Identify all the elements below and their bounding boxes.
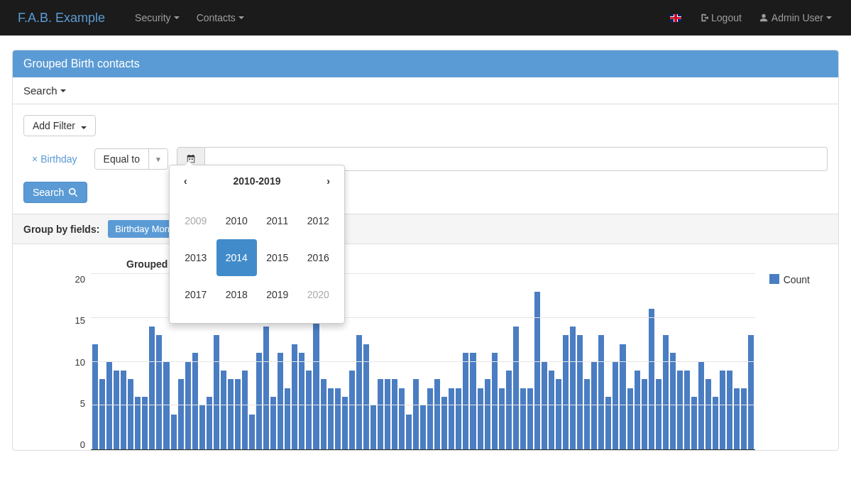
bar — [635, 371, 640, 449]
bar — [748, 335, 754, 449]
year-2015[interactable]: 2015 — [257, 239, 298, 276]
datepicker-prev[interactable]: ‹ — [178, 172, 193, 190]
bar — [613, 362, 618, 450]
y-tick: 0 — [80, 439, 85, 450]
bar — [720, 371, 725, 449]
bar — [370, 405, 376, 449]
bar — [556, 379, 561, 449]
year-2018[interactable]: 2018 — [216, 276, 258, 313]
bar — [427, 388, 433, 449]
bar — [178, 379, 184, 449]
navbar-right: Logout Admin User — [661, 0, 840, 35]
bar — [663, 335, 669, 449]
bar — [249, 415, 255, 449]
bar — [392, 379, 397, 449]
bar — [228, 379, 234, 449]
bar — [413, 379, 419, 449]
bar — [598, 335, 604, 449]
search-toggle[interactable]: Search — [13, 77, 838, 104]
user-icon — [759, 13, 769, 23]
bar — [506, 371, 512, 449]
bar — [642, 379, 647, 449]
bar — [741, 388, 747, 449]
group-by-label: Group by fields: — [23, 224, 99, 235]
datepicker-next[interactable]: › — [321, 172, 336, 190]
language-flag[interactable] — [661, 0, 690, 35]
bar — [356, 335, 362, 449]
year-2012[interactable]: 2012 — [298, 202, 339, 239]
bar — [463, 353, 468, 449]
bar — [563, 335, 569, 449]
bar — [242, 371, 248, 449]
bar — [278, 353, 283, 449]
year-2011[interactable]: 2011 — [257, 202, 298, 239]
bar — [478, 388, 483, 449]
grid-line — [91, 361, 755, 362]
nav-security-label: Security — [135, 12, 171, 23]
search-button[interactable]: Search — [23, 182, 87, 203]
bar — [449, 388, 454, 449]
bar — [156, 335, 162, 449]
chart: Grouped Bi 20151050 Count — [13, 244, 838, 450]
year-2017[interactable]: 2017 — [175, 276, 216, 313]
bar — [92, 344, 98, 449]
year-2009[interactable]: 2009 — [175, 202, 216, 239]
user-label: Admin User — [772, 12, 823, 23]
add-filter-button[interactable]: Add Filter — [23, 115, 96, 136]
nav-contacts[interactable]: Contacts — [188, 0, 253, 35]
logout-icon — [698, 13, 708, 23]
logout-link[interactable]: Logout — [690, 0, 750, 35]
search-icon — [68, 187, 78, 197]
datepicker-popover: ‹ 2010-2019 › 20092010201120122013201420… — [169, 165, 345, 324]
bar — [121, 371, 126, 449]
bar — [434, 379, 440, 449]
bar — [485, 379, 490, 449]
brand-link[interactable]: F.A.B. Example — [11, 11, 112, 26]
year-2010[interactable]: 2010 — [216, 202, 258, 239]
datepicker-header: ‹ 2010-2019 › — [170, 165, 344, 197]
year-2014[interactable]: 2014 — [216, 239, 258, 276]
bar — [385, 379, 390, 449]
add-filter-label: Add Filter — [33, 120, 75, 131]
bar — [171, 415, 177, 449]
year-2019[interactable]: 2019 — [257, 276, 298, 313]
year-2013[interactable]: 2013 — [175, 239, 216, 276]
bar — [299, 353, 304, 449]
bar — [591, 362, 597, 450]
bar — [492, 353, 498, 449]
search-button-label: Search — [33, 187, 64, 198]
bar — [214, 335, 219, 449]
filter-operator-select[interactable]: Equal to ▼ — [94, 148, 168, 170]
bar — [499, 388, 505, 449]
year-2016[interactable]: 2016 — [298, 239, 339, 276]
chart-y-axis: 20151050 — [55, 274, 91, 450]
remove-filter-birthday[interactable]: × Birthday — [23, 153, 86, 165]
chevron-down-icon — [60, 89, 66, 92]
bar — [128, 379, 133, 449]
chevron-down-icon — [174, 16, 180, 19]
nav-security[interactable]: Security — [126, 0, 188, 35]
bar — [256, 353, 262, 449]
bar — [221, 371, 226, 449]
y-tick: 5 — [80, 398, 85, 409]
bar — [513, 327, 519, 449]
panel-heading: Grouped Birth contacts — [13, 50, 838, 77]
bar — [727, 371, 732, 449]
datepicker-title[interactable]: 2010-2019 — [193, 175, 322, 187]
user-menu[interactable]: Admin User — [750, 0, 840, 35]
bar — [106, 362, 112, 450]
flag-uk-icon — [670, 14, 681, 22]
filter-row: × Birthday Equal to ▼ — [23, 147, 828, 171]
bar — [577, 335, 583, 449]
chart-legend: Count — [769, 274, 810, 450]
legend-label: Count — [784, 274, 810, 285]
year-2020[interactable]: 2020 — [298, 276, 339, 313]
bar — [292, 344, 297, 449]
bar — [527, 388, 533, 449]
bar — [570, 327, 576, 449]
datepicker-years-grid: 2009201020112012201320142015201620172018… — [170, 197, 344, 323]
bar — [627, 388, 633, 449]
chevron-down-icon: ▼ — [148, 149, 168, 169]
bar — [149, 327, 155, 449]
navbar-left: F.A.B. Example Security Contacts — [11, 0, 253, 35]
